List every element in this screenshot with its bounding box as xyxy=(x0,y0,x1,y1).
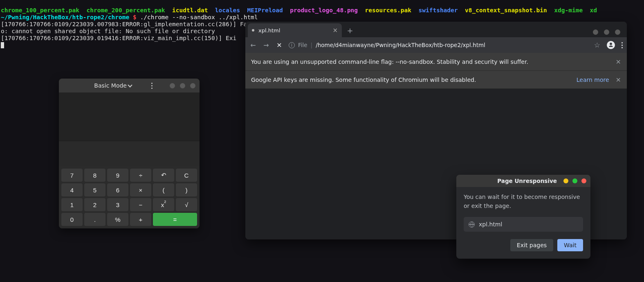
nav-stop-button[interactable]: ✕ xyxy=(276,41,283,49)
key-equals[interactable]: = xyxy=(153,213,197,226)
ls-entry: product_logo_48.png xyxy=(290,7,358,14)
window-minimize-icon[interactable] xyxy=(563,178,568,183)
exit-pages-button[interactable]: Exit pages xyxy=(510,239,553,251)
separator: | xyxy=(311,42,313,48)
key-divide[interactable]: ÷ xyxy=(130,169,151,182)
window-maximize-icon[interactable] xyxy=(572,178,577,183)
browser-toolbar: ← → ✕ i File | /home/d4mianwayne/Pwning/… xyxy=(245,37,627,53)
dialog-buttons: Exit pages Wait xyxy=(456,232,590,259)
key-plus[interactable]: + xyxy=(130,213,151,226)
calculator-display xyxy=(59,92,200,141)
tab-favicon xyxy=(252,29,254,32)
ls-entry: resources.pak xyxy=(365,7,412,14)
window-close-icon[interactable] xyxy=(190,83,195,88)
nav-forward-button[interactable]: → xyxy=(263,41,270,49)
calculator-keypad: 7 8 9 ÷ ↶ C 4 5 6 × ( ) 1 2 3 − x2 √ 0 .… xyxy=(59,166,200,228)
typed-command[interactable]: ./chrome --no-sandbox ../xpl.html xyxy=(140,14,258,20)
terminal-cursor xyxy=(1,42,4,48)
url-path: /home/d4mianwayne/Pwning/HackTheBox/htb-… xyxy=(316,42,485,48)
key-multiply[interactable]: × xyxy=(130,183,151,196)
prompt-path: ~/Pwning/HackTheBox/htb-rope2/chrome xyxy=(1,14,129,20)
key-8[interactable]: 8 xyxy=(84,169,105,182)
window-maximize-icon[interactable] xyxy=(180,83,185,88)
window-minimize-icon[interactable] xyxy=(170,83,175,88)
tab-title: xpl.html xyxy=(258,27,328,34)
key-3[interactable]: 3 xyxy=(107,198,128,211)
key-lparen[interactable]: ( xyxy=(153,183,174,196)
stderr-line: [170766:170766:0109/223039.019416:ERROR:… xyxy=(1,35,236,41)
site-info-icon[interactable]: i xyxy=(289,42,295,48)
globe-icon xyxy=(469,221,475,228)
dialog-title: Page Unresponsive xyxy=(460,178,559,184)
key-dot[interactable]: . xyxy=(84,213,105,226)
page-unresponsive-dialog: Page Unresponsive You can wait for it to… xyxy=(456,175,590,259)
infobar-text: Google API keys are missing. Some functi… xyxy=(251,77,577,83)
window-maximize-icon[interactable] xyxy=(604,29,609,35)
browser-menu-button[interactable] xyxy=(622,42,623,48)
tab-strip: xpl.html × + xyxy=(245,22,627,37)
learn-more-link[interactable]: Learn more xyxy=(577,77,609,83)
scheme-label: File xyxy=(298,42,307,48)
ls-entry: xd xyxy=(590,7,597,14)
key-sqrt[interactable]: √ xyxy=(176,198,197,211)
infobar-text: You are using an unsupported command-lin… xyxy=(251,59,616,65)
key-rparen[interactable]: ) xyxy=(176,183,197,196)
calculator-mode-label: Basic Mode xyxy=(94,82,127,89)
chevron-down-icon xyxy=(128,83,132,87)
infobar-close-icon[interactable]: × xyxy=(616,76,621,83)
key-clear[interactable]: C xyxy=(176,169,197,182)
ls-entry: xdg-mime xyxy=(554,7,583,14)
infobar-close-icon[interactable]: × xyxy=(616,58,621,65)
ls-entry: chrome_100_percent.pak xyxy=(1,7,79,14)
nav-back-button[interactable]: ← xyxy=(249,41,257,49)
dialog-titlebar[interactable]: Page Unresponsive xyxy=(456,175,590,187)
wait-button[interactable]: Wait xyxy=(557,239,583,251)
calculator-menu-button[interactable] xyxy=(149,83,155,89)
key-1[interactable]: 1 xyxy=(61,198,83,211)
profile-avatar-icon[interactable] xyxy=(607,41,615,49)
key-0[interactable]: 0 xyxy=(61,213,83,226)
key-5[interactable]: 5 xyxy=(84,183,105,196)
window-close-icon[interactable] xyxy=(581,178,586,183)
key-2[interactable]: 2 xyxy=(84,198,105,211)
infobar-api-keys: Google API keys are missing. Some functi… xyxy=(245,71,627,89)
key-6[interactable]: 6 xyxy=(107,183,128,196)
ls-entry: MEIPreload xyxy=(247,7,283,14)
prompt-symbol: $ xyxy=(133,14,137,20)
ls-entry: icudtl.dat xyxy=(172,7,208,14)
key-undo[interactable]: ↶ xyxy=(153,169,174,182)
key-9[interactable]: 9 xyxy=(107,169,128,182)
ls-entry: locales xyxy=(215,7,240,14)
ls-entry: chrome_200_percent.pak xyxy=(87,7,165,14)
key-4[interactable]: 4 xyxy=(61,183,83,196)
calculator-header[interactable]: Basic Mode xyxy=(59,79,200,92)
key-minus[interactable]: − xyxy=(130,198,151,211)
dialog-body-text: You can wait for it to become responsive… xyxy=(456,187,590,212)
stderr-line: o: cannot open shared object file: No su… xyxy=(1,28,215,34)
calculator-mode-dropdown[interactable]: Basic Mode xyxy=(94,82,132,89)
unresponsive-page-item: xpl.html xyxy=(464,217,583,232)
address-bar[interactable]: i File | /home/d4mianwayne/Pwning/HackTh… xyxy=(289,42,588,48)
ls-entry: swiftshader xyxy=(419,7,458,14)
unresponsive-page-name: xpl.html xyxy=(479,221,502,228)
key-7[interactable]: 7 xyxy=(61,169,83,182)
calculator-window: Basic Mode 7 8 9 ÷ ↶ C 4 5 6 × ( ) 1 2 3… xyxy=(59,79,200,228)
window-close-icon[interactable] xyxy=(615,29,620,35)
new-tab-button[interactable]: + xyxy=(344,25,356,36)
window-minimize-icon[interactable] xyxy=(593,29,598,35)
browser-tab[interactable]: xpl.html × xyxy=(248,23,342,37)
key-square[interactable]: x2 xyxy=(153,198,174,211)
tab-close-icon[interactable]: × xyxy=(332,27,338,34)
bookmark-star-icon[interactable]: ☆ xyxy=(594,41,600,49)
ls-entry: v8_context_snapshot.bin xyxy=(465,7,547,14)
calculator-subdisplay xyxy=(59,141,200,166)
infobar-no-sandbox: You are using an unsupported command-lin… xyxy=(245,53,627,71)
key-percent[interactable]: % xyxy=(107,213,128,226)
